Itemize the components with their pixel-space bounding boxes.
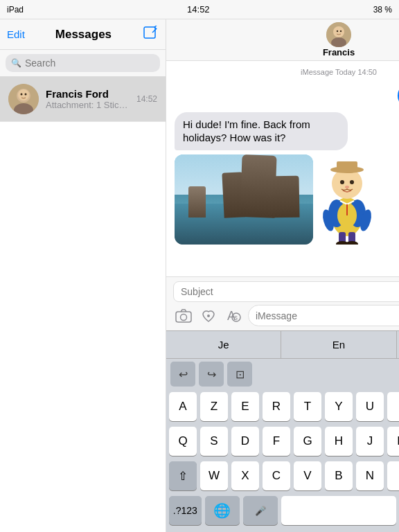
key-a[interactable]: A <box>169 392 197 421</box>
messages-container: iMessage Today 14:50 Hey! How are you? H… <box>166 61 399 276</box>
status-time: 14:52 <box>187 4 210 15</box>
key-row-2: Q S D F G H J K L M retour <box>169 427 399 456</box>
conv-info: Francis Ford Attachment: 1 Sticker <box>46 88 130 110</box>
key-space[interactable] <box>281 496 397 525</box>
key-y[interactable]: Y <box>325 392 353 421</box>
message-bubble-received: Hi dude! I'm fine. Back from holidays? H… <box>175 112 348 150</box>
key-z[interactable]: Z <box>200 392 228 421</box>
key-k[interactable]: K <box>387 427 399 456</box>
svg-text:s: s <box>234 314 238 321</box>
chat-header: Francis i <box>166 19 399 61</box>
message-input-row: A s 🎤 <box>173 305 399 326</box>
search-input-wrapper[interactable]: 🔍 <box>6 54 160 72</box>
app-container: Edit Messages 🔍 <box>0 19 399 532</box>
subject-input[interactable] <box>173 281 399 302</box>
suggestion-en[interactable]: En <box>281 331 396 358</box>
chat-area: Francis i iMessage Today 14:50 Hey! How … <box>166 19 399 532</box>
conv-name: Francis Ford <box>46 88 130 100</box>
search-icon: 🔍 <box>11 58 21 68</box>
key-shift-left[interactable]: ⇧ <box>169 461 197 490</box>
conv-time: 14:52 <box>136 94 157 104</box>
svg-point-9 <box>25 94 27 96</box>
message-input-wrapper: 🎤 <box>248 305 399 326</box>
search-bar: 🔍 <box>0 50 166 77</box>
key-x[interactable]: X <box>231 461 259 490</box>
svg-rect-0 <box>144 27 155 38</box>
camera-button[interactable] <box>173 305 194 326</box>
heart-button[interactable] <box>198 305 219 326</box>
key-h[interactable]: H <box>325 427 353 456</box>
key-row-3: ⇧ W X C V B N ' ? ' ⇧ <box>169 461 399 490</box>
redo-button[interactable]: ↪ <box>199 362 224 387</box>
svg-point-13 <box>340 30 342 32</box>
sidebar: Edit Messages 🔍 <box>0 19 166 532</box>
conversation-item[interactable]: Francis Ford Attachment: 1 Sticker 14:52 <box>0 77 166 122</box>
contact-name: Francis <box>323 47 355 57</box>
clipboard-button[interactable]: ⊡ <box>227 362 252 387</box>
key-apostrophe[interactable]: ' <box>387 461 399 490</box>
key-q[interactable]: Q <box>169 427 197 456</box>
svg-line-3 <box>152 28 157 33</box>
svg-point-7 <box>18 89 29 100</box>
message-row-photo <box>175 154 399 245</box>
message-input[interactable] <box>256 310 399 321</box>
message-row-sent: Hey! How are you? <box>175 83 399 108</box>
status-left: iPad <box>7 5 24 15</box>
key-globe[interactable]: 🌐 <box>205 496 240 525</box>
sidebar-header: Edit Messages <box>0 19 166 50</box>
key-u[interactable]: U <box>356 392 384 421</box>
key-d[interactable]: D <box>231 427 259 456</box>
key-e[interactable]: E <box>231 392 259 421</box>
conv-preview: Attachment: 1 Sticker <box>46 100 130 110</box>
imessage-label: iMessage Today 14:50 <box>175 68 399 76</box>
search-input[interactable] <box>25 57 154 69</box>
input-area: A s 🎤 <box>166 276 399 330</box>
svg-point-24 <box>345 186 349 188</box>
svg-point-22 <box>340 180 344 184</box>
avatar <box>8 84 39 114</box>
key-t[interactable]: T <box>294 392 321 421</box>
suggestion-je[interactable]: Je <box>166 331 281 358</box>
chat-contact-info: Francis <box>323 22 355 57</box>
keyboard-undo-redo: ↩ ↪ ⊡ <box>166 359 399 389</box>
status-battery: 38 % <box>373 5 392 15</box>
keyboard-suggestions: Je En Bonjour <box>166 331 399 359</box>
key-numbers-left[interactable]: .?123 <box>169 496 202 525</box>
key-n[interactable]: N <box>356 461 384 490</box>
svg-point-12 <box>337 30 338 32</box>
key-g[interactable]: G <box>294 427 321 456</box>
key-v[interactable]: V <box>294 461 321 490</box>
key-mic-bottom[interactable]: 🎤 <box>243 496 278 525</box>
suggestion-bonjour[interactable]: Bonjour <box>397 331 399 358</box>
key-s[interactable]: S <box>200 427 228 456</box>
undo-button[interactable]: ↩ <box>170 362 195 387</box>
key-f[interactable]: F <box>263 427 290 456</box>
status-bar: iPad 14:52 38 % <box>0 0 399 19</box>
edit-button[interactable]: Edit <box>7 28 25 40</box>
message-row-received: Hi dude! I'm fine. Back from holidays? H… <box>175 112 399 150</box>
compose-button[interactable] <box>142 26 159 43</box>
key-row-1: A Z E R T Y U I O P ⌫ <box>169 392 399 421</box>
message-row-awesome: Awesome! Read 14:51 <box>175 249 399 277</box>
svg-point-23 <box>350 180 354 184</box>
svg-point-33 <box>181 314 187 320</box>
key-b[interactable]: B <box>325 461 353 490</box>
key-i[interactable]: I <box>387 392 399 421</box>
sidebar-title: Messages <box>25 28 142 42</box>
svg-rect-21 <box>337 161 357 171</box>
conversation-list: Francis Ford Attachment: 1 Sticker 14:52 <box>0 77 166 532</box>
svg-point-8 <box>21 94 23 96</box>
contact-avatar <box>326 22 351 47</box>
sticker-image <box>316 154 378 245</box>
key-w[interactable]: W <box>200 461 228 490</box>
svg-point-34 <box>207 314 210 317</box>
svg-point-11 <box>333 26 344 37</box>
key-r[interactable]: R <box>263 392 290 421</box>
keyboard-rows: A Z E R T Y U I O P ⌫ Q S D F <box>166 389 399 532</box>
svg-point-30 <box>346 241 358 245</box>
coastal-photo <box>175 154 313 245</box>
keyboard: Je En Bonjour ↩ ↪ ⊡ A Z E R T Y <box>166 330 399 532</box>
key-c[interactable]: C <box>263 461 290 490</box>
appstore-button[interactable]: A s <box>223 305 244 326</box>
key-j[interactable]: J <box>356 427 384 456</box>
